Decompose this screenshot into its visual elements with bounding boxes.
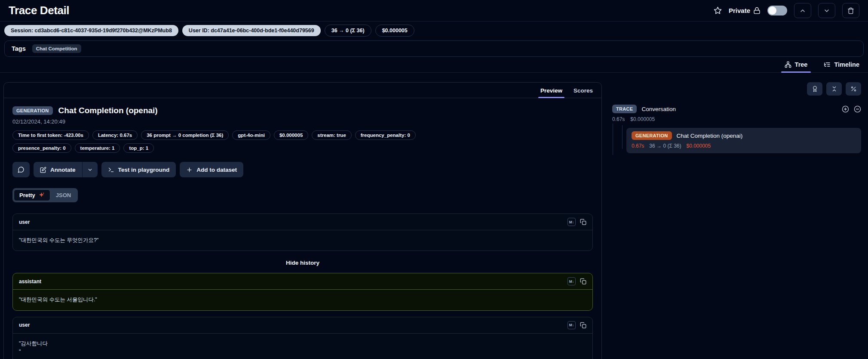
user-id-badge[interactable]: User ID: dc47a41e-06bc-400d-bde1-f0e440d…: [182, 25, 321, 36]
generation-param-badges: Time to first token: -423.00s Latency: 0…: [12, 130, 468, 153]
copy-button[interactable]: [580, 219, 586, 225]
annotate-split-button: Annotate: [34, 162, 98, 177]
generation-type-badge: GENERATION: [12, 106, 53, 115]
param-pill-frequency-penalty: frequency_penalty: 0: [355, 130, 416, 140]
expand-all-button[interactable]: [842, 105, 849, 113]
message-tools: M↓: [567, 218, 586, 226]
markdown-toggle-icon[interactable]: M↓: [567, 218, 576, 226]
message-content: "감사합니다 ": [13, 334, 592, 359]
message-role: user: [19, 219, 30, 225]
bookmark-star-button[interactable]: [714, 6, 722, 15]
scores-toggle-button[interactable]: [807, 82, 822, 96]
tree-indent-guide: [613, 124, 613, 155]
markdown-toggle-icon[interactable]: M↓: [567, 277, 576, 285]
sparkles-icon: [38, 192, 45, 198]
copy-button[interactable]: [580, 322, 586, 328]
header-controls: Private: [714, 3, 859, 18]
tab-tree-label: Tree: [795, 61, 808, 68]
generation-latency: 0.67s: [632, 143, 644, 149]
tags-label: Tags: [12, 45, 26, 52]
page-title: Trace Detail: [9, 4, 69, 17]
param-pill-latency: Latency: 0.67s: [92, 130, 138, 140]
tree-children: GENERATION Chat Completion (openai) 0.67…: [613, 128, 861, 153]
tree-node-trace[interactable]: TRACE Conversation: [612, 105, 861, 113]
param-pill-model: gpt-4o-mini: [232, 130, 270, 140]
tab-json[interactable]: JSON: [50, 189, 77, 201]
playground-button[interactable]: Test in playground: [101, 162, 176, 177]
format-tabs: Pretty JSON: [12, 188, 78, 202]
playground-label: Test in playground: [118, 167, 170, 173]
message-box-user-1: user M↓ "대한민국의 수도는 무엇인가요?": [12, 214, 593, 251]
app-header: Trace Detail Private: [0, 0, 868, 22]
param-pill-stream: stream: true: [312, 130, 351, 140]
message-list: user M↓ "대한민국의 수도는 무엇인가요?" Hide histor: [12, 214, 593, 359]
tab-timeline[interactable]: Timeline: [822, 57, 861, 72]
trace-latency: 0.67s: [612, 116, 625, 122]
tab-scores[interactable]: Scores: [574, 83, 593, 98]
generation-node-title: Chat Completion (openai): [677, 133, 743, 139]
chat-bubble-icon: [18, 166, 25, 173]
session-badge[interactable]: Session: cd3abcd6-c81c-4037-935d-19d9f27…: [4, 25, 178, 36]
hide-history-button[interactable]: Hide history: [12, 257, 593, 267]
tab-pretty[interactable]: Pretty: [14, 189, 50, 201]
fold-vertical-icon: [831, 86, 837, 92]
generation-header: GENERATION Chat Completion (openai): [12, 106, 593, 115]
generation-tokens: 36 → 0 (Σ 36): [649, 143, 681, 149]
action-buttons: Annotate Test in playground: [12, 162, 593, 177]
tab-pretty-label: Pretty: [19, 192, 35, 198]
message-box-user-2: user M↓ "감사합니다 ": [12, 317, 593, 359]
annotate-button[interactable]: Annotate: [34, 162, 83, 177]
percent-icon: [850, 86, 857, 92]
tree-expand-controls: [842, 105, 861, 113]
delete-trace-button[interactable]: [842, 3, 859, 18]
message-content: "대한민국의 수도는 서울입니다.": [13, 290, 592, 310]
circle-minus-icon: [854, 105, 861, 113]
message-content: "대한민국의 수도는 무엇인가요?": [13, 230, 592, 251]
message-header: assistant M↓: [13, 273, 592, 290]
param-pill-tokens: 36 prompt → 0 completion (Σ 36): [141, 130, 229, 140]
param-pill-cost: $0.000005: [274, 130, 308, 140]
markdown-toggle-icon[interactable]: M↓: [567, 321, 576, 329]
collapse-all-button[interactable]: [826, 82, 842, 96]
content-area: Preview Scores GENERATION Chat Completio…: [0, 73, 868, 359]
metrics-toggle-button[interactable]: [846, 82, 861, 96]
next-trace-button[interactable]: [818, 3, 835, 18]
tab-tree[interactable]: Tree: [783, 57, 810, 72]
tags-container[interactable]: Tags Chat Competition: [4, 40, 864, 57]
param-pill-temperature: temperature: 1: [75, 143, 120, 153]
plus-icon: [186, 167, 193, 173]
copy-button[interactable]: [580, 278, 586, 285]
trace-node-title: Conversation: [641, 106, 676, 112]
panel-tabs: Preview Scores: [4, 83, 601, 98]
trace-meta-badges: Session: cd3abcd6-c81c-4037-935d-19d9f27…: [0, 22, 868, 40]
message-tools: M↓: [567, 321, 586, 329]
chevron-down-icon: [823, 7, 830, 14]
chevron-down-icon: [87, 167, 93, 173]
tab-preview[interactable]: Preview: [540, 83, 562, 98]
tag-chip[interactable]: Chat Competition: [32, 44, 81, 53]
param-pill-ttft: Time to first token: -423.00s: [12, 130, 89, 140]
add-to-dataset-label: Add to dataset: [196, 167, 237, 173]
panel-body: GENERATION Chat Completion (openai) 02/1…: [4, 98, 601, 359]
chevron-up-icon: [799, 7, 806, 14]
comments-button[interactable]: [12, 162, 30, 177]
generation-node-type-badge: GENERATION: [632, 131, 672, 140]
generation-timestamp: 02/12/2024, 14:20:49: [12, 118, 593, 125]
message-role: assistant: [19, 279, 41, 285]
copy-icon: [580, 278, 586, 285]
collapse-node-button[interactable]: [854, 105, 861, 113]
prev-trace-button[interactable]: [794, 3, 811, 18]
view-tabs: Tree Timeline: [0, 57, 868, 73]
privacy-label: Private: [729, 7, 750, 14]
tree-node-generation-selected[interactable]: GENERATION Chat Completion (openai) 0.67…: [626, 128, 861, 153]
tree-icon: [785, 61, 791, 68]
message-tools: M↓: [567, 277, 586, 285]
generation-node-metrics: 0.67s 36 → 0 (Σ 36) $0.000005: [632, 143, 856, 149]
circle-plus-icon: [842, 105, 849, 113]
message-box-assistant: assistant M↓ "대한민국의 수도는 서울입니다.": [12, 273, 593, 310]
add-to-dataset-button[interactable]: Add to dataset: [180, 162, 243, 177]
list-tree-icon: [824, 61, 831, 68]
terminal-icon: [108, 167, 114, 173]
public-toggle[interactable]: [767, 6, 787, 15]
annotate-dropdown-button[interactable]: [83, 162, 98, 177]
